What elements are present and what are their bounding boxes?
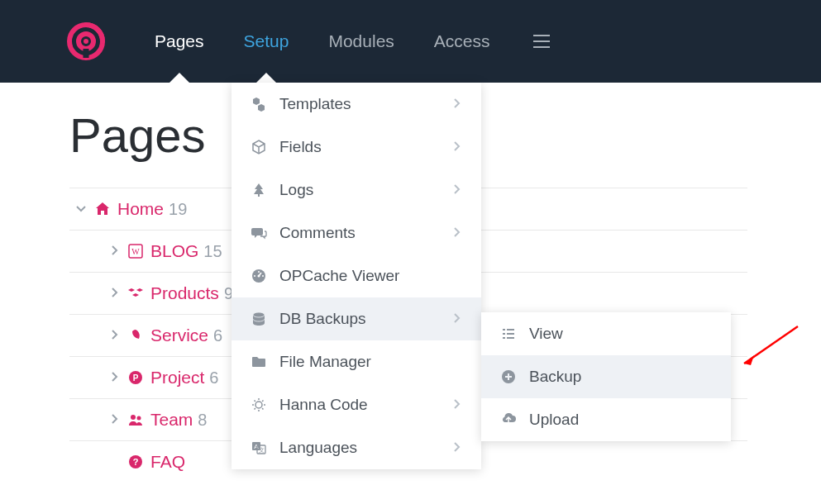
nav-label: Setup xyxy=(244,31,289,51)
menu-item-logs[interactable]: Logs xyxy=(232,169,481,212)
menu-label: Hanna Code xyxy=(279,396,450,414)
svg-text:?: ? xyxy=(133,457,139,467)
comments-icon xyxy=(250,225,268,241)
tree-label[interactable]: Service xyxy=(150,326,208,345)
menu-item-hanna-code[interactable]: Hanna Code xyxy=(232,383,481,426)
menu-item-opcache[interactable]: OPCache Viewer xyxy=(232,254,481,297)
submenu-item-view[interactable]: View xyxy=(481,312,731,355)
chevron-right-icon xyxy=(450,440,463,456)
tree-label[interactable]: Products xyxy=(150,283,219,303)
svg-rect-26 xyxy=(503,333,505,335)
setup-dropdown: Templates Fields Logs Comments OPCache V… xyxy=(232,83,481,469)
leaf-icon xyxy=(127,327,144,344)
svg-point-16 xyxy=(258,271,260,273)
chevron-right-icon xyxy=(450,311,463,327)
menu-label: Upload xyxy=(529,411,713,429)
dashboard-icon xyxy=(250,268,268,284)
menu-label: Templates xyxy=(279,95,450,113)
menu-item-file-manager[interactable]: File Manager xyxy=(232,340,481,383)
chevron-right-icon[interactable] xyxy=(107,370,121,386)
menu-label: Comments xyxy=(279,224,450,242)
nav-access[interactable]: Access xyxy=(414,0,510,83)
cubes-icon xyxy=(127,285,144,302)
sun-icon xyxy=(250,397,268,413)
tree-label[interactable]: BLOG xyxy=(150,241,198,261)
tree-icon xyxy=(250,182,268,198)
menu-item-languages[interactable]: A文 Languages xyxy=(232,426,481,469)
plus-circle-icon xyxy=(499,368,518,385)
tree-count: 15 xyxy=(203,242,222,261)
menu-label: Languages xyxy=(279,439,450,457)
tree-count: 6 xyxy=(213,326,222,345)
chevron-right-icon[interactable] xyxy=(107,328,121,344)
menu-label: DB Backups xyxy=(279,310,450,328)
tree-label[interactable]: Project xyxy=(150,368,204,388)
svg-point-14 xyxy=(254,275,255,277)
chevron-down-icon[interactable] xyxy=(74,202,88,217)
hamburger-icon[interactable] xyxy=(525,26,558,56)
list-icon xyxy=(499,326,518,342)
badge-p-icon: P xyxy=(127,369,144,386)
svg-text:文: 文 xyxy=(259,447,265,453)
menu-item-db-backups[interactable]: DB Backups xyxy=(232,297,481,340)
top-navbar: Pages Setup Modules Access xyxy=(0,0,821,83)
cube-icon xyxy=(250,139,268,155)
svg-point-7 xyxy=(131,415,136,420)
menu-item-comments[interactable]: Comments xyxy=(232,212,481,254)
submenu-item-backup[interactable]: Backup xyxy=(481,355,731,398)
svg-point-15 xyxy=(262,275,264,277)
svg-text:P: P xyxy=(133,373,139,383)
nav-label: Modules xyxy=(328,31,394,51)
nav-pages[interactable]: Pages xyxy=(135,0,224,83)
svg-point-8 xyxy=(137,416,141,421)
db-backups-submenu: View Backup Upload xyxy=(481,312,731,441)
menu-label: Logs xyxy=(279,181,450,199)
menu-label: OPCache Viewer xyxy=(279,267,463,285)
logo-icon[interactable] xyxy=(66,21,106,61)
wordpress-icon: W xyxy=(127,243,144,259)
tree-label[interactable]: Team xyxy=(150,410,193,430)
nav-modules[interactable]: Modules xyxy=(308,0,413,83)
tree-count: 8 xyxy=(198,411,207,430)
menu-label: View xyxy=(529,325,713,343)
menu-item-fields[interactable]: Fields xyxy=(232,126,481,169)
tree-label[interactable]: Home xyxy=(117,199,164,219)
menu-label: File Manager xyxy=(279,353,463,371)
chevron-right-icon xyxy=(450,226,463,241)
chevron-right-icon xyxy=(450,397,463,413)
question-circle-icon: ? xyxy=(127,454,144,470)
svg-rect-25 xyxy=(507,329,514,330)
svg-rect-27 xyxy=(507,333,514,335)
svg-rect-24 xyxy=(503,329,505,330)
folder-icon xyxy=(250,354,268,370)
nav-items: Pages Setup Modules Access xyxy=(135,0,510,83)
chevron-right-icon xyxy=(450,97,463,112)
svg-rect-29 xyxy=(507,337,514,339)
svg-point-2 xyxy=(84,39,88,44)
tree-label[interactable]: FAQ xyxy=(150,452,185,472)
home-icon xyxy=(94,201,111,217)
svg-point-19 xyxy=(255,402,262,408)
nav-label: Pages xyxy=(155,31,204,51)
language-icon: A文 xyxy=(250,440,268,456)
tree-count: 6 xyxy=(209,368,218,388)
chevron-right-icon[interactable] xyxy=(107,412,121,428)
tree-count: 19 xyxy=(169,200,187,219)
svg-rect-28 xyxy=(503,337,505,339)
menu-label: Fields xyxy=(279,138,450,156)
chevron-right-icon xyxy=(450,140,463,155)
chevron-right-icon[interactable] xyxy=(107,244,121,259)
menu-label: Backup xyxy=(529,368,713,386)
svg-text:W: W xyxy=(131,247,140,256)
menu-item-templates[interactable]: Templates xyxy=(232,83,481,126)
cloud-upload-icon xyxy=(499,411,518,428)
submenu-item-upload[interactable]: Upload xyxy=(481,398,731,441)
svg-point-13 xyxy=(258,275,260,278)
nav-setup[interactable]: Setup xyxy=(224,0,309,83)
chevron-right-icon[interactable] xyxy=(107,286,121,302)
chevron-right-icon xyxy=(450,183,463,198)
nav-label: Access xyxy=(434,31,490,51)
database-icon xyxy=(250,311,268,327)
users-icon xyxy=(127,411,144,428)
svg-rect-11 xyxy=(258,194,260,197)
